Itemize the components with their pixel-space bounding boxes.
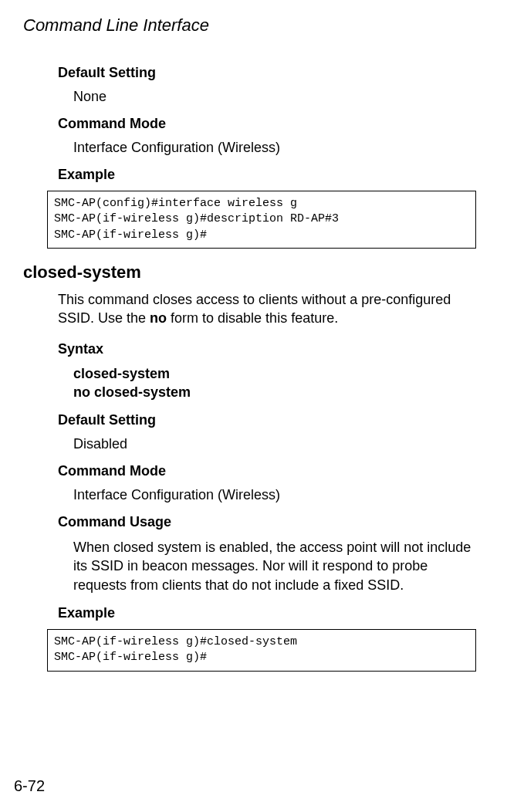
syntax-label: Syntax bbox=[58, 341, 476, 357]
example-label-2: Example bbox=[58, 605, 476, 621]
command-mode-value-2: Interface Configuration (Wireless) bbox=[58, 487, 476, 503]
command-mode-label-2: Command Mode bbox=[58, 463, 476, 479]
description-part2: form to disable this feature. bbox=[167, 310, 338, 326]
syntax-block: closed-system no closed-system bbox=[58, 365, 476, 401]
example-label-1: Example bbox=[58, 167, 476, 183]
default-setting-value-1: None bbox=[58, 89, 476, 105]
command-usage-text: When closed system is enabled, the acces… bbox=[58, 538, 476, 594]
command-mode-value-1: Interface Configuration (Wireless) bbox=[58, 140, 476, 156]
default-setting-label-2: Default Setting bbox=[58, 412, 476, 428]
page-number: 6-72 bbox=[14, 777, 45, 795]
example-code-1: SMC-AP(config)#interface wireless g SMC-… bbox=[47, 191, 476, 249]
page-content: Default Setting None Command Mode Interf… bbox=[23, 65, 484, 672]
default-setting-value-2: Disabled bbox=[58, 436, 476, 452]
syntax-line1: closed-system bbox=[73, 365, 476, 383]
command-mode-label-1: Command Mode bbox=[58, 116, 476, 132]
page-header-title: Command Line Interface bbox=[23, 15, 484, 36]
syntax-line2: no closed-system bbox=[73, 384, 476, 401]
description-bold: no bbox=[150, 310, 167, 326]
command-description: This command closes access to clients wi… bbox=[58, 290, 476, 328]
default-setting-label-1: Default Setting bbox=[58, 65, 476, 81]
example-code-2: SMC-AP(if-wireless g)#closed-system SMC-… bbox=[47, 629, 476, 672]
command-name-heading: closed-system bbox=[23, 262, 476, 283]
command-usage-label: Command Usage bbox=[58, 514, 476, 530]
